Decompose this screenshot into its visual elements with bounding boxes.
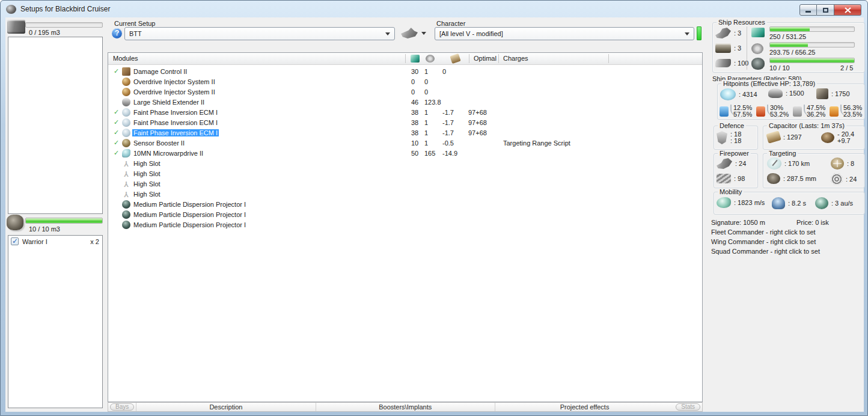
firepower-group: Firepower : 24 : 98 xyxy=(714,153,758,188)
cpu-usage-bar xyxy=(769,26,855,32)
capacitor-column-icon[interactable] xyxy=(450,54,460,64)
module-name[interactable]: Sensor Booster II xyxy=(132,139,186,147)
module-powergrid-value: 1 xyxy=(424,119,428,126)
structure-hp-icon xyxy=(816,88,828,99)
module-row[interactable]: High Slot xyxy=(108,189,702,200)
module-powergrid-value: 1 xyxy=(424,109,428,116)
cargo-list[interactable] xyxy=(8,37,103,214)
tab-description[interactable]: Description xyxy=(136,403,315,411)
defence-title: Defence xyxy=(718,122,746,129)
armor-hp-value: : 1500 xyxy=(786,90,804,97)
module-row[interactable]: ✓ Damage Control II 30 1 0 xyxy=(108,67,702,77)
module-name[interactable]: Faint Phase Inversion ECM I xyxy=(132,109,219,116)
squad-commander-label[interactable]: Squad Commander - right click to set xyxy=(711,248,820,255)
module-name[interactable]: Medium Particle Dispersion Projector I xyxy=(132,201,247,208)
wing-commander-label[interactable]: Wing Commander - right click to set xyxy=(711,238,816,245)
fitted-check-icon: ✓ xyxy=(114,129,119,136)
module-name[interactable]: Overdrive Injector System II xyxy=(132,88,216,96)
module-name[interactable]: High Slot xyxy=(132,160,162,167)
ship-menu-caret-icon[interactable] xyxy=(421,32,426,35)
skill-level-indicator xyxy=(697,26,701,40)
drone-capacity-label: 10 / 10 m3 xyxy=(29,225,60,233)
drone-bandwidth-icon xyxy=(751,58,765,70)
module-name[interactable]: High Slot xyxy=(132,180,162,188)
cpu-column-icon[interactable] xyxy=(411,55,420,63)
module-row[interactable]: ✓ Faint Phase Inversion ECM I 38 1 -1.7 … xyxy=(108,128,702,138)
module-name[interactable]: Medium Particle Dispersion Projector I xyxy=(132,211,247,218)
defence-value-2: : 18 xyxy=(730,138,741,144)
character-value: [All level V - modified] xyxy=(439,30,503,37)
module-name[interactable]: 10MN Microwarpdrive II xyxy=(132,150,204,157)
turret-dps-value: : 24 xyxy=(735,160,746,167)
module-optimal-value: 97+68 xyxy=(468,119,487,126)
mobility-group: Mobility : 1823 m/s : 8.2 s : 3 au/s xyxy=(714,192,865,215)
module-name[interactable]: Faint Phase Inversion ECM I xyxy=(132,129,219,136)
fitted-check-icon: ✓ xyxy=(114,108,119,116)
title-bar[interactable]: Setups for Blackbird Cruiser xyxy=(1,1,867,17)
capacitor-recharge-value: +9.7 xyxy=(837,138,854,144)
scan-resolution-value: : 287.5 mm xyxy=(783,175,816,182)
module-name[interactable]: Medium Particle Dispersion Projector I xyxy=(132,221,247,228)
kinetic-resist-icon xyxy=(793,106,802,117)
charges-column-header[interactable]: Charges xyxy=(503,55,528,62)
module-row[interactable]: High Slot xyxy=(108,159,702,169)
cpu-usage-label: 250 / 531.25 xyxy=(769,33,806,40)
close-icon xyxy=(845,7,851,13)
module-row[interactable]: Medium Particle Dispersion Projector I xyxy=(108,200,702,210)
module-row[interactable]: ✓ 10MN Microwarpdrive II 50 165 -14.9 xyxy=(108,148,702,159)
module-capacitor-value: 0 xyxy=(442,68,446,75)
drones-active-label: 2 / 5 xyxy=(840,64,853,72)
module-icon xyxy=(122,88,130,96)
close-button[interactable] xyxy=(834,4,861,16)
module-row[interactable]: Medium Particle Dispersion Projector I xyxy=(108,220,702,230)
module-row[interactable]: High Slot xyxy=(108,179,702,189)
module-name[interactable]: High Slot xyxy=(132,191,162,198)
fleet-commander-label[interactable]: Fleet Commander - right click to set xyxy=(711,228,816,236)
current-setup-combobox[interactable]: BTT xyxy=(124,27,395,40)
module-row[interactable]: Overdrive Injector System II 0 0 xyxy=(108,77,702,87)
thermal-resist-armor: 53.2% xyxy=(770,111,789,118)
module-name[interactable]: Faint Phase Inversion ECM I xyxy=(132,119,219,126)
max-targets-icon xyxy=(831,158,844,170)
module-row[interactable]: ✓ Sensor Booster II 10 1 -0.5 Targeting … xyxy=(108,138,702,148)
module-row[interactable]: ✓ Faint Phase Inversion ECM I 38 1 -1.7 … xyxy=(108,108,702,118)
module-row[interactable]: Medium Particle Dispersion Projector I xyxy=(108,210,702,220)
module-row[interactable]: High Slot xyxy=(108,169,702,179)
module-icon xyxy=(122,98,130,106)
module-cpu-value: 30 xyxy=(411,68,418,75)
optimal-column-header[interactable]: Optimal xyxy=(474,55,497,62)
tab-boosters-implants[interactable]: Boosters\Implants xyxy=(316,403,495,411)
module-icon xyxy=(122,129,130,137)
align-time-value: : 8.2 s xyxy=(788,200,806,207)
maximize-icon xyxy=(823,8,828,13)
powergrid-usage-bar xyxy=(769,42,855,47)
module-cpu-value: 0 xyxy=(411,78,415,85)
modules-column-header[interactable]: Modules xyxy=(113,55,138,62)
drone-quantity: x 2 xyxy=(90,238,99,245)
module-name[interactable]: Overdrive Injector System II xyxy=(132,78,216,85)
help-icon[interactable] xyxy=(112,28,122,38)
drone-list-item[interactable]: Warrior I x 2 xyxy=(8,236,102,245)
drone-list[interactable]: Warrior I x 2 xyxy=(8,235,103,408)
drone-checkbox[interactable] xyxy=(11,237,19,245)
module-name[interactable]: High Slot xyxy=(132,170,162,177)
module-icon xyxy=(122,210,130,219)
modules-table-header[interactable]: Modules Optimal Charges xyxy=(108,53,702,65)
module-row[interactable]: Large Shield Extender II 46 123.8 xyxy=(108,97,702,108)
powergrid-column-icon[interactable] xyxy=(426,55,435,63)
tab-projected-effects[interactable]: Projected effects xyxy=(495,403,674,411)
character-combobox[interactable]: [All level V - modified] xyxy=(435,27,694,40)
module-icon xyxy=(122,67,130,76)
ship-menu-icon[interactable] xyxy=(401,28,418,38)
stats-button[interactable]: Stats xyxy=(676,403,700,411)
maximize-button[interactable] xyxy=(817,4,834,16)
minimize-button[interactable] xyxy=(799,4,817,16)
hitpoints-group: Hitpoints (Effective HP: 13,789) : 4314 … xyxy=(717,84,865,120)
module-name[interactable]: Large Shield Extender II xyxy=(132,99,206,106)
bays-button[interactable]: Bays xyxy=(110,403,134,411)
module-powergrid-value: 1 xyxy=(424,68,428,75)
module-row[interactable]: ✓ Faint Phase Inversion ECM I 38 1 -1.7 … xyxy=(108,118,702,128)
module-row[interactable]: Overdrive Injector System II 0 0 xyxy=(108,87,702,97)
shield-hp-value: : 4314 xyxy=(739,91,757,98)
module-name[interactable]: Damage Control II xyxy=(132,68,188,75)
